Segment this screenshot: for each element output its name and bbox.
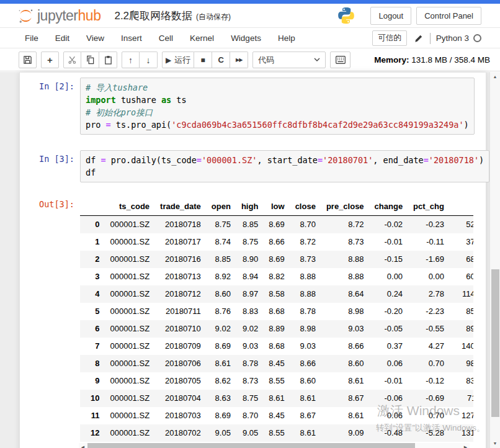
df-cell: 8.94 [231, 268, 258, 285]
df-cell: 8.67 [316, 390, 364, 407]
df-cell: 8.75 [201, 216, 231, 234]
move-cell-up-button[interactable]: ↑ [122, 52, 140, 68]
logout-button[interactable]: Logout [370, 7, 411, 25]
df-cell: 000001.SZ [99, 216, 150, 234]
df-cell: 689845.58 [444, 251, 473, 268]
horizontal-scrollbar-thumb[interactable] [87, 443, 415, 448]
restart-run-all-button[interactable]: ▶▶ [230, 52, 248, 68]
restart-kernel-button[interactable]: C [212, 52, 230, 68]
df-index-cell: 9 [80, 372, 99, 390]
scroll-up-arrow-icon[interactable]: ▲ [490, 72, 500, 81]
df-cell: 8.85 [231, 216, 258, 234]
df-cell: 8.98 [285, 320, 316, 338]
output-horizontal-scrollbar[interactable]: ◀ ▶ [79, 443, 470, 448]
df-cell: -1.69 [403, 251, 444, 268]
df-cell: 0.00 [364, 268, 403, 285]
df-cell: 8.74 [201, 233, 231, 251]
df-cell: 8.66 [316, 338, 364, 355]
table-row: 5000001.SZ201807118.768.838.688.788.98-0… [80, 303, 473, 320]
df-cell: 8.66 [285, 355, 316, 372]
scroll-right-arrow-icon[interactable]: ▶ [462, 443, 470, 448]
df-index-cell: 6 [80, 320, 99, 338]
add-cell-button[interactable]: + [41, 52, 59, 68]
df-index-cell: 11 [80, 407, 99, 424]
df-index-cell: 5 [80, 303, 99, 320]
control-panel-button[interactable]: Control Panel [416, 7, 481, 25]
df-cell: 8.61 [316, 407, 364, 424]
df-cell: 2.78 [403, 285, 444, 303]
menu-items: FileEditViewInsertCellKernelWidgetsHelp [25, 34, 312, 43]
df-cell: 0.24 [364, 285, 403, 303]
df-cell: 20180711 [150, 303, 201, 320]
df-cell: -0.20 [364, 303, 403, 320]
df-cell: 000001.SZ [99, 424, 150, 442]
df-header-cell: high [231, 198, 258, 216]
menu-item-help[interactable]: Help [278, 34, 295, 43]
code-input-area[interactable]: df = pro.daily(ts_code='000001.SZ', star… [80, 150, 489, 182]
df-cell: 8.45 [258, 407, 284, 424]
memory-usage: Memory: 131.8 MB / 358.4 MB [374, 55, 490, 65]
df-cell: 8.97 [231, 285, 258, 303]
cell-type-dropdown[interactable]: 代码 [252, 52, 326, 68]
keyboard-icon [336, 56, 346, 64]
df-header-cell: open [201, 198, 231, 216]
menu-item-edit[interactable]: Edit [55, 34, 69, 43]
cell-type-value: 代码 [258, 55, 274, 66]
table-row: 1000001.SZ201807178.748.758.668.728.73-0… [80, 233, 473, 251]
table-row: 6000001.SZ201807109.029.028.898.989.03-0… [80, 320, 473, 338]
df-cell: 000001.SZ [99, 285, 150, 303]
command-palette-button[interactable] [330, 52, 350, 68]
df-cell: -0.11 [403, 233, 444, 251]
df-cell: 000001.SZ [99, 233, 150, 251]
scroll-left-arrow-icon[interactable]: ◀ [79, 443, 87, 448]
kernel-idle-icon [473, 34, 481, 42]
menu-item-widgets[interactable]: Widgets [231, 34, 261, 43]
df-cell: 8.60 [201, 285, 231, 303]
df-cell: 8.89 [258, 320, 284, 338]
df-cell: 20180706 [150, 355, 201, 372]
run-cell-button[interactable]: ▶ 运行 [162, 52, 194, 68]
scroll-down-arrow-icon[interactable]: ▼ [490, 439, 500, 448]
vertical-scrollbar-thumb[interactable] [491, 269, 499, 417]
df-cell: 000001.SZ [99, 355, 150, 372]
move-cell-down-button[interactable]: ↓ [140, 52, 158, 68]
cut-cell-button[interactable] [63, 52, 81, 68]
df-index-cell: 3 [80, 268, 99, 285]
chevron-down-icon [314, 58, 320, 62]
page-vertical-scrollbar[interactable]: ▲ ▼ [489, 72, 500, 448]
code-cell[interactable]: In [3]: df = pro.daily(ts_code='000001.S… [20, 150, 473, 182]
table-row: 7000001.SZ201807098.699.038.689.038.660.… [80, 338, 473, 355]
df-cell: -0.15 [364, 251, 403, 268]
code-input-area[interactable]: # 导入tushareimport tushare as ts# 初始化pro接… [80, 78, 475, 135]
code-cell[interactable]: In [2]: # 导入tushareimport tushare as ts#… [20, 78, 473, 135]
stop-icon: ■ [201, 56, 205, 64]
menu-item-view[interactable]: View [86, 34, 104, 43]
menu-item-cell[interactable]: Cell [159, 34, 173, 43]
trusted-badge[interactable]: 可信的 [372, 30, 407, 46]
menu-item-insert[interactable]: Insert [121, 34, 142, 43]
save-button[interactable] [19, 52, 37, 68]
table-row: 11000001.SZ201807038.698.708.458.678.610… [80, 407, 473, 424]
df-cell: 8.62 [201, 372, 231, 390]
df-cell: 000001.SZ [99, 320, 150, 338]
notebook-title[interactable]: 2.2爬取网络数据 [114, 9, 192, 23]
df-cell: 8.61 [316, 372, 364, 390]
df-cell: 0.00 [403, 268, 444, 285]
df-cell: 835768.77 [444, 372, 473, 390]
jupyterhub-logo[interactable]: jupyterhub [17, 7, 100, 24]
menu-item-kernel[interactable]: Kernel [190, 34, 214, 43]
df-cell: 8.88 [285, 285, 316, 303]
menu-item-file[interactable]: File [25, 34, 38, 43]
df-cell: 9.03 [231, 338, 258, 355]
df-cell: 20180704 [150, 390, 201, 407]
df-cell: 9.03 [285, 338, 316, 355]
run-icon: ▶ [166, 56, 171, 64]
kernel-name: Python 3 [436, 34, 469, 43]
df-cell: 8.67 [285, 407, 316, 424]
paste-cell-button[interactable] [99, 52, 117, 68]
df-cell: 20180710 [150, 320, 201, 338]
df-cell: 1140492.31 [444, 285, 473, 303]
copy-cell-button[interactable] [81, 52, 99, 68]
df-cell: -0.01 [364, 233, 403, 251]
interrupt-kernel-button[interactable]: ■ [194, 52, 212, 68]
